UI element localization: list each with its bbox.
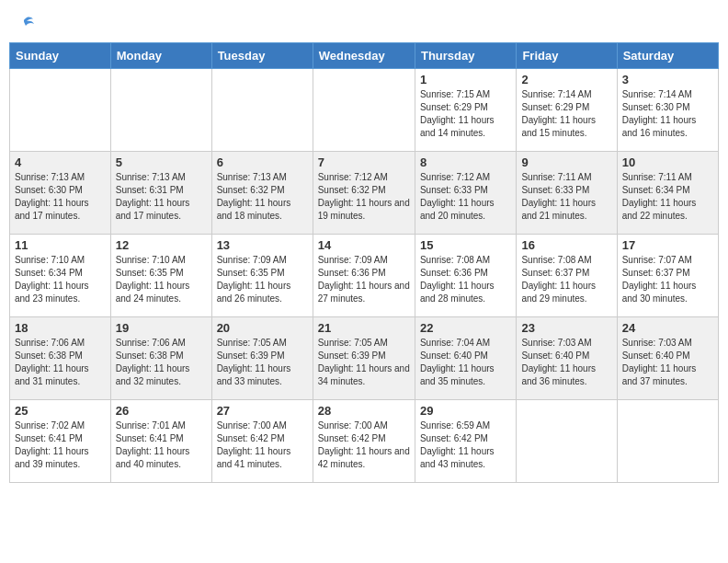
day-info: Sunrise: 7:13 AM Sunset: 6:31 PM Dayligh… [116,171,207,223]
logo [13,15,35,35]
day-number: 2 [521,73,611,86]
day-info: Sunrise: 7:12 AM Sunset: 6:32 PM Dayligh… [318,171,410,223]
calendar-cell [313,69,415,152]
day-info: Sunrise: 7:13 AM Sunset: 6:30 PM Dayligh… [15,171,106,223]
calendar-cell: 10Sunrise: 7:11 AM Sunset: 6:34 PM Dayli… [617,152,718,235]
calendar-cell: 13Sunrise: 7:09 AM Sunset: 6:35 PM Dayli… [211,235,313,317]
header [9,9,719,37]
day-number: 14 [318,238,410,252]
day-info: Sunrise: 7:14 AM Sunset: 6:29 PM Dayligh… [521,88,611,140]
calendar-table: SundayMondayTuesdayWednesdayThursdayFrid… [9,42,719,483]
calendar-cell: 2Sunrise: 7:14 AM Sunset: 6:29 PM Daylig… [517,69,617,152]
calendar-cell: 18Sunrise: 7:06 AM Sunset: 6:38 PM Dayli… [10,317,111,400]
calendar-cell: 1Sunrise: 7:15 AM Sunset: 6:29 PM Daylig… [415,69,516,152]
day-number: 8 [420,155,511,169]
day-number: 21 [318,321,410,335]
calendar-cell: 17Sunrise: 7:07 AM Sunset: 6:37 PM Dayli… [617,235,718,317]
calendar-cell: 21Sunrise: 7:05 AM Sunset: 6:39 PM Dayli… [313,317,415,400]
day-number: 11 [15,238,106,252]
calendar-cell [517,400,617,483]
calendar-cell: 28Sunrise: 7:00 AM Sunset: 6:42 PM Dayli… [313,400,415,483]
calendar-cell: 5Sunrise: 7:13 AM Sunset: 6:31 PM Daylig… [110,152,211,235]
col-header-tuesday: Tuesday [211,43,313,69]
day-number: 12 [116,238,207,252]
day-info: Sunrise: 7:10 AM Sunset: 6:35 PM Dayligh… [116,254,207,305]
day-info: Sunrise: 7:09 AM Sunset: 6:36 PM Dayligh… [318,254,410,305]
day-number: 3 [622,73,713,86]
calendar-header-row: SundayMondayTuesdayWednesdayThursdayFrid… [10,43,719,69]
col-header-wednesday: Wednesday [313,43,415,69]
calendar-cell: 12Sunrise: 7:10 AM Sunset: 6:35 PM Dayli… [110,235,211,317]
day-info: Sunrise: 7:13 AM Sunset: 6:32 PM Dayligh… [217,171,308,223]
day-number: 18 [15,321,106,335]
day-number: 17 [622,238,713,252]
day-number: 23 [521,321,611,335]
day-number: 15 [420,238,511,252]
calendar-cell: 22Sunrise: 7:04 AM Sunset: 6:40 PM Dayli… [415,317,516,400]
calendar-cell: 6Sunrise: 7:13 AM Sunset: 6:32 PM Daylig… [211,152,313,235]
day-info: Sunrise: 7:06 AM Sunset: 6:38 PM Dayligh… [116,337,207,388]
day-info: Sunrise: 7:01 AM Sunset: 6:41 PM Dayligh… [116,419,207,471]
day-info: Sunrise: 7:11 AM Sunset: 6:33 PM Dayligh… [521,171,611,223]
day-info: Sunrise: 7:07 AM Sunset: 6:37 PM Dayligh… [622,254,713,305]
day-info: Sunrise: 7:02 AM Sunset: 6:41 PM Dayligh… [15,419,106,471]
day-number: 29 [420,404,511,418]
calendar-cell [110,69,211,152]
day-number: 25 [15,404,106,418]
col-header-saturday: Saturday [617,43,718,69]
calendar-week-row: 4Sunrise: 7:13 AM Sunset: 6:30 PM Daylig… [10,152,719,235]
calendar-cell: 8Sunrise: 7:12 AM Sunset: 6:33 PM Daylig… [415,152,516,235]
day-number: 7 [318,155,410,169]
day-info: Sunrise: 7:08 AM Sunset: 6:37 PM Dayligh… [521,254,611,305]
calendar-cell [10,69,111,152]
calendar-cell: 11Sunrise: 7:10 AM Sunset: 6:34 PM Dayli… [10,235,111,317]
calendar-week-row: 1Sunrise: 7:15 AM Sunset: 6:29 PM Daylig… [10,69,719,152]
day-info: Sunrise: 7:12 AM Sunset: 6:33 PM Dayligh… [420,171,511,223]
calendar-cell [211,69,313,152]
calendar-cell: 23Sunrise: 7:03 AM Sunset: 6:40 PM Dayli… [517,317,617,400]
calendar-cell: 29Sunrise: 6:59 AM Sunset: 6:42 PM Dayli… [415,400,516,483]
calendar-cell [617,400,718,483]
day-info: Sunrise: 7:09 AM Sunset: 6:35 PM Dayligh… [217,254,308,305]
day-info: Sunrise: 7:11 AM Sunset: 6:34 PM Dayligh… [622,171,713,223]
calendar-cell: 16Sunrise: 7:08 AM Sunset: 6:37 PM Dayli… [517,235,617,317]
day-info: Sunrise: 7:08 AM Sunset: 6:36 PM Dayligh… [420,254,511,305]
calendar-cell: 9Sunrise: 7:11 AM Sunset: 6:33 PM Daylig… [517,152,617,235]
calendar-week-row: 18Sunrise: 7:06 AM Sunset: 6:38 PM Dayli… [10,317,719,400]
day-number: 5 [116,155,207,169]
day-number: 6 [217,155,308,169]
day-info: Sunrise: 7:00 AM Sunset: 6:42 PM Dayligh… [318,419,410,471]
col-header-sunday: Sunday [10,43,111,69]
calendar-cell: 24Sunrise: 7:03 AM Sunset: 6:40 PM Dayli… [617,317,718,400]
day-number: 10 [622,155,713,169]
calendar-cell: 27Sunrise: 7:00 AM Sunset: 6:42 PM Dayli… [211,400,313,483]
day-number: 26 [116,404,207,418]
calendar-week-row: 11Sunrise: 7:10 AM Sunset: 6:34 PM Dayli… [10,235,719,317]
calendar-cell: 14Sunrise: 7:09 AM Sunset: 6:36 PM Dayli… [313,235,415,317]
day-info: Sunrise: 7:14 AM Sunset: 6:30 PM Dayligh… [622,88,713,140]
col-header-monday: Monday [110,43,211,69]
day-number: 19 [116,321,207,335]
day-info: Sunrise: 7:15 AM Sunset: 6:29 PM Dayligh… [420,88,511,140]
day-number: 22 [420,321,511,335]
day-info: Sunrise: 7:00 AM Sunset: 6:42 PM Dayligh… [217,419,308,471]
day-info: Sunrise: 6:59 AM Sunset: 6:42 PM Dayligh… [420,419,511,471]
calendar-cell: 15Sunrise: 7:08 AM Sunset: 6:36 PM Dayli… [415,235,516,317]
day-info: Sunrise: 7:03 AM Sunset: 6:40 PM Dayligh… [622,337,713,388]
day-number: 9 [521,155,611,169]
day-number: 20 [217,321,308,335]
day-number: 1 [420,73,511,86]
calendar-cell: 19Sunrise: 7:06 AM Sunset: 6:38 PM Dayli… [110,317,211,400]
calendar-cell: 20Sunrise: 7:05 AM Sunset: 6:39 PM Dayli… [211,317,313,400]
day-info: Sunrise: 7:10 AM Sunset: 6:34 PM Dayligh… [15,254,106,305]
calendar-week-row: 25Sunrise: 7:02 AM Sunset: 6:41 PM Dayli… [10,400,719,483]
day-info: Sunrise: 7:06 AM Sunset: 6:38 PM Dayligh… [15,337,106,388]
day-number: 28 [318,404,410,418]
day-number: 16 [521,238,611,252]
calendar-cell: 4Sunrise: 7:13 AM Sunset: 6:30 PM Daylig… [10,152,111,235]
day-number: 27 [217,404,308,418]
day-info: Sunrise: 7:05 AM Sunset: 6:39 PM Dayligh… [318,337,410,388]
day-number: 4 [15,155,106,169]
calendar-cell: 26Sunrise: 7:01 AM Sunset: 6:41 PM Dayli… [110,400,211,483]
day-number: 13 [217,238,308,252]
